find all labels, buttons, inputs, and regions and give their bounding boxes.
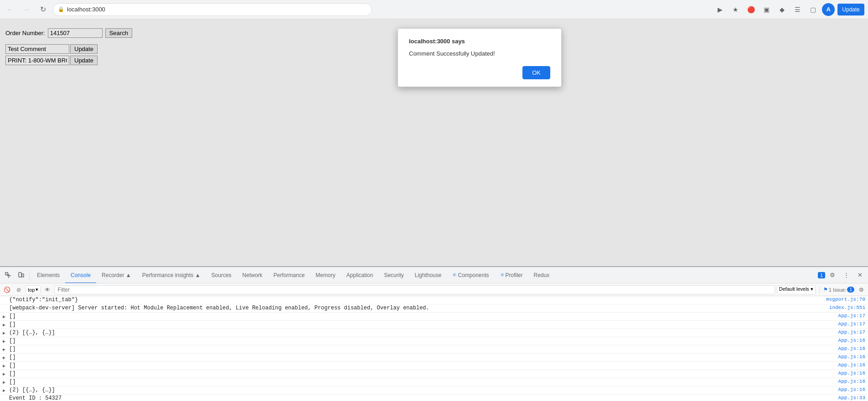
dialog-overlay: localhost:3000 says Comment Successfully… [0, 19, 868, 266]
toolbar-right: ▶ ★ 🔴 ▣ ◆ ☰ ▢ A Update [713, 3, 864, 16]
forward-button[interactable]: → [20, 3, 33, 16]
extension-icon1[interactable]: 🔴 [744, 3, 757, 16]
lock-icon: 🔒 [58, 6, 64, 12]
address-bar[interactable]: 🔒 localhost:3000 [53, 3, 372, 16]
update-button[interactable]: Update [837, 4, 864, 15]
extension-icon3[interactable]: ◆ [775, 3, 788, 16]
url-text: localhost:3000 [67, 6, 105, 13]
bookmark-icon[interactable]: ★ [729, 3, 742, 16]
browser-chrome: ← → ↻ 🔒 localhost:3000 ▶ ★ 🔴 ▣ ◆ ☰ ▢ A U… [0, 0, 868, 19]
dialog-actions: OK [409, 66, 550, 79]
reload-button[interactable]: ↻ [36, 3, 49, 16]
back-button[interactable]: ← [4, 3, 16, 16]
profile-button[interactable]: A [822, 3, 835, 16]
extension-icon4[interactable]: ☰ [791, 3, 804, 16]
window-icon[interactable]: ▢ [806, 3, 819, 16]
page-content: Order Number: Search Update Update local… [0, 19, 868, 266]
dialog-ok-button[interactable]: OK [522, 66, 550, 79]
extension-icon2[interactable]: ▣ [760, 3, 773, 16]
dialog-message: Comment Successfully Updated! [409, 50, 550, 57]
dialog-title: localhost:3000 says [409, 38, 550, 45]
dialog-box: localhost:3000 says Comment Successfully… [398, 28, 562, 87]
cast-icon[interactable]: ▶ [713, 3, 726, 16]
